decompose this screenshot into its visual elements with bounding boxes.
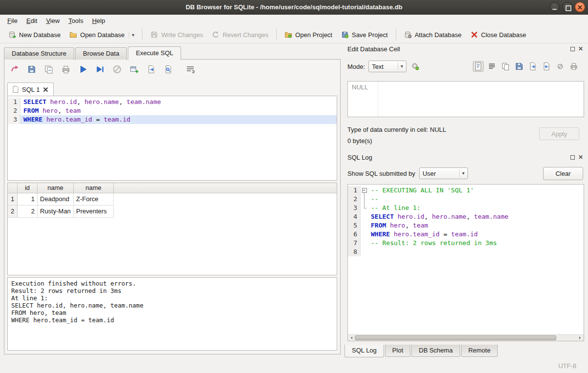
gear-icon — [411, 62, 420, 71]
cell-team-name[interactable]: Preventers — [74, 206, 114, 218]
edit-cell-dock-buttons: ✕ — [570, 46, 583, 51]
menu-help[interactable]: Help — [88, 16, 110, 26]
apply-button[interactable]: Apply — [539, 127, 579, 140]
cell-size-info: 0 byte(s) — [347, 137, 372, 145]
print-cell-button[interactable] — [568, 61, 579, 72]
write-changes-icon — [150, 31, 158, 39]
execute-line-button[interactable] — [95, 64, 105, 75]
menu-tools[interactable]: Tools — [64, 16, 87, 26]
menu-file[interactable]: File — [3, 16, 22, 26]
find-replace-button[interactable] — [163, 64, 174, 75]
results-column-name[interactable]: name — [38, 183, 74, 193]
justify-icon — [487, 62, 496, 71]
results-column-name[interactable]: name — [74, 183, 114, 193]
maximize-button[interactable] — [562, 2, 572, 12]
cell-id[interactable]: 1 — [18, 193, 38, 206]
clear-log-button[interactable]: Clear — [543, 167, 583, 180]
import-sql-button[interactable] — [146, 64, 157, 75]
save-sql-file-button[interactable] — [26, 64, 37, 75]
tab-db-schema[interactable]: DB Schema — [411, 345, 460, 357]
float-dock-icon[interactable] — [570, 155, 575, 160]
text-mode-button[interactable] — [473, 61, 484, 72]
word-wrap-button[interactable] — [185, 64, 196, 75]
results-column-id[interactable]: id — [18, 183, 38, 193]
revert-changes-button[interactable]: Revert Changes — [207, 28, 273, 41]
new-database-button[interactable]: New Database — [4, 28, 65, 41]
attach-database-icon — [404, 31, 412, 39]
close-dock-icon[interactable]: ✕ — [578, 46, 583, 51]
mode-combobox[interactable]: Text ▾ — [368, 61, 406, 72]
toolbar-separator — [276, 29, 277, 41]
export-cell-button[interactable] — [527, 61, 538, 72]
open-database-dropdown-icon[interactable]: ▾ — [129, 32, 134, 38]
import-cell-button[interactable] — [541, 61, 552, 72]
sql-1-tab[interactable]: SQL 1 — [7, 83, 54, 96]
tab-browse-data[interactable]: Browse Data — [75, 47, 127, 60]
write-changes-button[interactable]: Write Changes — [146, 28, 207, 41]
cell-id[interactable]: 2 — [18, 206, 38, 218]
execute-all-icon — [78, 64, 88, 74]
tab-plot[interactable]: Plot — [385, 345, 410, 357]
float-dock-icon[interactable] — [570, 47, 575, 51]
row-number: 2 — [8, 206, 18, 218]
submitted-by-combobox[interactable]: User ▾ — [419, 167, 468, 179]
close-tab-icon[interactable] — [43, 87, 48, 92]
find-replace-icon — [163, 64, 173, 74]
auto-mode-button[interactable] — [410, 61, 421, 72]
save-cell-button[interactable] — [514, 61, 525, 72]
tab-sql-log[interactable]: SQL Log — [345, 345, 384, 357]
sql-editor[interactable]: 1SELECT hero.id, hero.name, team.name2FR… — [7, 96, 337, 181]
word-wrap-icon — [185, 64, 195, 74]
main-toolbar: New Database Open Database ▾ Write Chang… — [0, 26, 588, 43]
toolbar-separator — [142, 29, 142, 41]
open-project-button[interactable]: Open Project — [280, 28, 337, 41]
cell-hero-name[interactable]: Rusty-Man — [38, 206, 74, 218]
set-null-button[interactable] — [555, 61, 566, 72]
print-icon — [569, 62, 578, 71]
open-database-icon — [69, 31, 77, 39]
tab-database-structure[interactable]: Database Structure — [4, 47, 74, 60]
open-database-button[interactable]: Open Database ▾ — [65, 28, 139, 41]
stop-execution-button[interactable] — [112, 64, 122, 75]
encoding-status: UTF-8 — [558, 362, 576, 370]
tab-execute-sql[interactable]: Execute SQL — [128, 46, 181, 60]
open-sql-file-button[interactable] — [9, 64, 20, 75]
word-wrap-cell-button[interactable] — [487, 61, 497, 72]
minimize-button[interactable] — [549, 2, 560, 12]
horizontal-scrollbar[interactable] — [348, 334, 584, 341]
new-sql-tab-button[interactable] — [129, 64, 140, 75]
filter-label: Show SQL submitted by — [347, 170, 415, 177]
import-icon — [542, 62, 551, 71]
row-number: 1 — [8, 193, 18, 206]
main-tab-bar: Database Structure Browse Data Execute S… — [4, 46, 182, 60]
dock-tab-bar: SQL Log Plot DB Schema Remote — [345, 345, 499, 357]
cell-team-name[interactable]: Z-Force — [74, 193, 114, 206]
close-window-button[interactable] — [575, 2, 585, 12]
menu-edit[interactable]: Edit — [22, 16, 41, 26]
chevron-down-icon: ▾ — [459, 169, 465, 177]
attach-database-button[interactable]: Attach Database — [400, 28, 466, 41]
save-project-button[interactable]: Save Project — [337, 28, 392, 41]
mode-label: Mode: — [347, 63, 365, 70]
save-sql-as-button[interactable] — [43, 64, 54, 75]
save-sql-file-icon — [27, 64, 37, 74]
cell-hero-name[interactable]: Deadpond — [38, 193, 74, 206]
document-text-icon — [474, 62, 483, 71]
sql-tab-label: SQL 1 — [22, 86, 40, 93]
close-database-button[interactable]: Close Database — [466, 28, 531, 41]
print-sql-button[interactable] — [61, 64, 71, 75]
scrollbar-thumb[interactable] — [355, 335, 556, 340]
tab-remote[interactable]: Remote — [461, 345, 498, 357]
close-dock-icon[interactable]: ✕ — [578, 155, 583, 160]
scroll-right-icon[interactable] — [577, 335, 584, 341]
sql-file-icon — [13, 86, 19, 93]
execute-line-icon — [95, 64, 105, 74]
table-row: 2 2 Rusty-Man Preventers — [8, 206, 337, 218]
cell-mode-row: Mode: Text ▾ — [347, 59, 584, 74]
execute-all-button[interactable] — [78, 64, 88, 75]
menu-view[interactable]: View — [41, 16, 64, 26]
scroll-left-icon[interactable] — [348, 335, 354, 341]
sql-log-view[interactable]: 1-- EXECUTING ALL IN 'SQL 1'2--3-- At li… — [347, 184, 584, 341]
copy-cell-button[interactable] — [500, 61, 511, 72]
cell-value-editor[interactable]: NULL — [347, 81, 584, 117]
